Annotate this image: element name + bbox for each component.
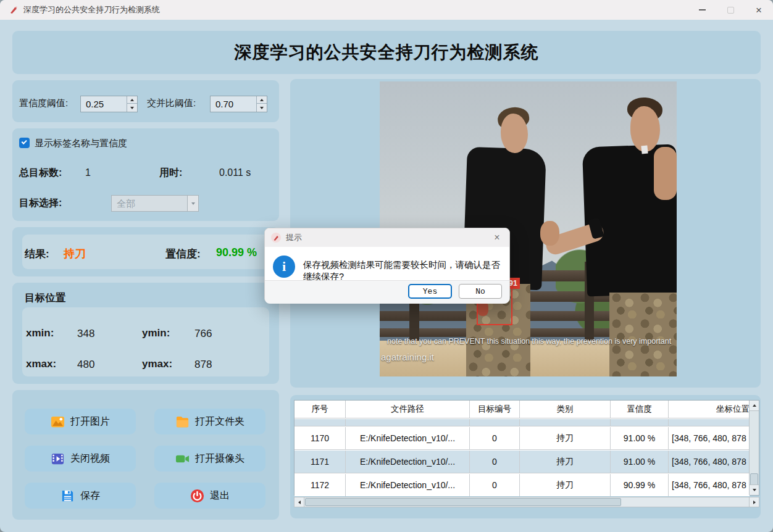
results-table-panel: 序号 文件路径 目标编号 类别 置信度 坐标位置 1170 E:/KnifeDe… (290, 395, 761, 518)
ymin-label: ymin: (142, 327, 170, 339)
result-label: 结果: (25, 247, 49, 261)
yes-button[interactable]: Yes (408, 284, 452, 299)
folder-icon (175, 415, 190, 429)
video-watermark: agatraining.it (381, 352, 434, 362)
col-header-coords[interactable]: 坐标位置 (669, 401, 750, 418)
checkmark-icon (22, 139, 27, 144)
close-button[interactable]: × (745, 0, 773, 20)
info-icon: i (273, 256, 295, 278)
close-video-button[interactable]: 关闭视频 (25, 446, 136, 472)
col-header-filepath[interactable]: 文件路径 (346, 401, 470, 418)
ymax-value: 878 (194, 359, 212, 371)
total-targets-label: 总目标数: (19, 167, 62, 180)
maximize-button[interactable] (716, 0, 745, 20)
window-titlebar: 深度学习的公共安全持刀行为检测系统 × (0, 0, 773, 20)
options-panel: 显示标签名称与置信度 总目标数: 1 用时: 0.011 s 目标选择: 全部 (12, 128, 279, 221)
time-label: 用时: (159, 167, 182, 180)
dialog-footer: Yes No (265, 280, 509, 304)
table-header-row: 序号 文件路径 目标编号 类别 置信度 坐标位置 (295, 401, 750, 418)
col-header-index[interactable]: 序号 (295, 401, 346, 418)
horizontal-scrollbar[interactable] (294, 497, 759, 507)
app-window: 深度学习的公共安全持刀行为检测系统 × 深度学习的公共安全持刀行为检测系统 置信… (0, 0, 773, 532)
dialog-title: 提示 (286, 228, 302, 247)
result-conf-label: 置信度: (165, 247, 201, 261)
page-title: 深度学习的公共安全持刀行为检测系统 (12, 31, 761, 74)
target-select-dropdown[interactable]: 全部 (111, 195, 199, 212)
ymax-label: ymax: (142, 358, 172, 370)
target-select-label: 目标选择: (19, 197, 62, 210)
scroll-up-icon[interactable] (750, 401, 759, 411)
thresholds-panel: 置信度阈值: 交并比阈值: (12, 80, 279, 122)
table-partial-row (295, 419, 750, 426)
conf-threshold-spinbox[interactable] (80, 96, 138, 112)
col-header-confidence[interactable]: 置信度 (611, 401, 669, 418)
open-image-button[interactable]: 打开图片 (25, 409, 136, 434)
xmax-label: xmax: (26, 358, 56, 370)
knife-app-icon (9, 5, 19, 15)
window-title: 深度学习的公共安全持刀行为检测系统 (23, 0, 160, 20)
open-camera-button[interactable]: 打开摄像头 (154, 446, 265, 472)
iou-spin-down-icon[interactable] (257, 104, 267, 112)
horizontal-scrollbar-thumb[interactable] (305, 498, 621, 506)
conf-threshold-label: 置信度阈值: (19, 98, 68, 109)
scroll-down-icon[interactable] (750, 484, 759, 495)
vertical-scrollbar[interactable] (749, 401, 759, 495)
xmin-label: xmin: (26, 327, 54, 339)
conf-spin-down-icon[interactable] (127, 104, 137, 112)
exit-button[interactable]: 退出 (154, 483, 265, 509)
dialog-message: 保存视频检测结果可能需要较长时间，请确认是否继续保存? (303, 259, 507, 283)
table-row[interactable]: 1170 E:/KnifeDetection_v10/... 0 持刀 91.0… (295, 427, 750, 450)
scroll-right-icon[interactable] (749, 497, 759, 507)
power-icon (190, 489, 204, 503)
save-button[interactable]: 保存 (25, 483, 136, 509)
header-panel: 深度学习的公共安全持刀行为检测系统 (12, 31, 761, 74)
result-conf-value: 90.99 % (216, 246, 257, 259)
xmax-value: 480 (77, 359, 94, 371)
chevron-down-icon[interactable] (187, 196, 198, 211)
total-targets-value: 1 (85, 167, 91, 178)
show-labels-label: 显示标签名称与置信度 (35, 138, 127, 149)
col-header-target-id[interactable]: 目标编号 (470, 401, 520, 418)
table-row[interactable]: 1171 E:/KnifeDetection_v10/... 0 持刀 91.0… (295, 451, 750, 473)
show-labels-checkbox[interactable] (19, 138, 30, 148)
col-header-class[interactable]: 类别 (520, 401, 611, 418)
save-floppy-icon (61, 489, 75, 503)
iou-spin-up-icon[interactable] (257, 96, 267, 104)
table-row[interactable]: 1172 E:/KnifeDetection_v10/... 0 持刀 90.9… (295, 474, 750, 496)
results-table: 序号 文件路径 目标编号 类别 置信度 坐标位置 1170 E:/KnifeDe… (294, 400, 759, 496)
position-panel: 目标位置 xmin: 348 ymin: 766 xmax: 480 ymax:… (12, 283, 279, 384)
result-value: 持刀 (64, 246, 86, 261)
ymin-value: 766 (194, 328, 212, 340)
iou-threshold-label: 交并比阈值: (147, 98, 196, 109)
no-button[interactable]: No (459, 284, 502, 299)
target-select-value: 全部 (117, 198, 135, 210)
xmin-value: 348 (77, 328, 94, 340)
video-subtitle: note that you can PREVENT this situation… (387, 337, 671, 346)
dialog-close-icon[interactable]: × (487, 228, 507, 247)
time-value: 0.011 s (219, 167, 251, 178)
image-icon (51, 415, 65, 429)
result-panel: 结果: 持刀 置信度: 90.99 % (12, 227, 279, 276)
dialog-titlebar: 提示 × (265, 228, 509, 247)
iou-threshold-input[interactable] (211, 96, 256, 112)
actions-panel: 打开图片 打开文件夹 关闭视频 打开摄像头 保存 退出 (12, 390, 279, 520)
minimize-button[interactable] (688, 0, 716, 20)
conf-threshold-input[interactable] (81, 96, 127, 112)
iou-threshold-spinbox[interactable] (210, 96, 267, 112)
video-film-icon (51, 452, 65, 466)
confirm-dialog: 提示 × i 保存视频检测结果可能需要较长时间，请确认是否继续保存? Yes N… (264, 228, 510, 303)
open-folder-button[interactable]: 打开文件夹 (154, 409, 265, 434)
position-title: 目标位置 (25, 291, 65, 305)
scroll-left-icon[interactable] (295, 497, 304, 507)
knife-dialog-icon (271, 233, 281, 243)
conf-spin-up-icon[interactable] (127, 96, 137, 104)
camera-icon (175, 452, 190, 466)
